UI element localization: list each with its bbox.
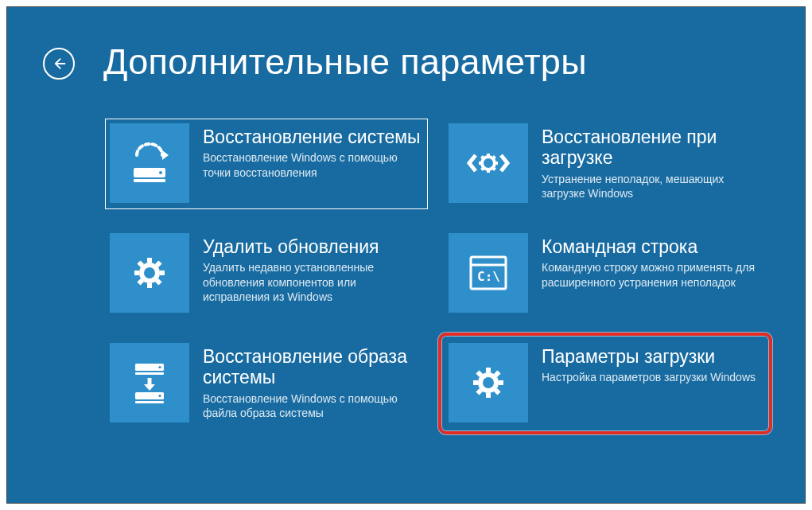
tile-text: Удалить обновления Удалить недавно устан…	[203, 233, 422, 304]
svg-line-9	[482, 157, 484, 159]
svg-line-20	[139, 280, 143, 284]
tile-startup-settings-wrap: Параметры загрузки Настройка параметров …	[444, 338, 767, 429]
tile-desc: Восстановление Windows с помощью файла о…	[203, 391, 422, 420]
tile-desc: Командную строку можно применять для рас…	[542, 260, 760, 289]
svg-line-21	[157, 263, 161, 267]
svg-line-10	[493, 168, 495, 170]
svg-rect-26	[135, 372, 164, 375]
svg-rect-31	[135, 401, 164, 403]
tile-system-restore[interactable]: Восстановление системы Восстановление Wi…	[105, 119, 428, 209]
svg-marker-0	[162, 150, 169, 160]
tile-image-recovery[interactable]: Восстановление образа системы Восстановл…	[105, 338, 428, 429]
tile-title: Удалить обновления	[203, 236, 422, 257]
svg-line-40	[478, 390, 482, 394]
tile-title: Параметры загрузки	[542, 346, 756, 367]
image-recovery-icon	[110, 343, 189, 422]
svg-line-19	[157, 280, 161, 284]
svg-point-32	[158, 395, 161, 397]
tile-startup-settings[interactable]: Параметры загрузки Настройка параметров …	[444, 338, 767, 429]
svg-point-13	[142, 265, 157, 281]
svg-line-12	[493, 157, 495, 159]
svg-point-27	[158, 366, 161, 368]
svg-line-11	[482, 168, 484, 170]
svg-text:C:\: C:\	[477, 269, 500, 284]
tile-uninstall-updates[interactable]: Удалить обновления Удалить недавно устан…	[105, 228, 428, 319]
tile-text: Параметры загрузки Настройка параметров …	[542, 343, 756, 385]
svg-point-33	[480, 375, 496, 391]
command-prompt-icon: C:\	[449, 233, 528, 313]
tile-text: Командная строка Командную строку можно …	[542, 233, 760, 290]
tile-desc: Удалить недавно установленные обновления…	[203, 260, 422, 304]
tile-title: Восстановление при загрузке	[542, 127, 760, 169]
tile-desc: Настройка параметров загрузки Windows	[542, 370, 756, 384]
header: Дополнительные параметры	[43, 43, 587, 80]
system-restore-icon	[110, 123, 189, 203]
svg-marker-29	[144, 384, 155, 391]
arrow-left-icon	[51, 56, 67, 72]
svg-point-3	[159, 171, 162, 174]
page-title: Дополнительные параметры	[103, 44, 587, 80]
recovery-screen: Дополнительные параметры Восстановление …	[6, 6, 806, 504]
startup-repair-icon	[449, 123, 528, 203]
tile-text: Восстановление системы Восстановление Wi…	[203, 123, 422, 180]
tile-text: Восстановление образа системы Восстановл…	[203, 343, 422, 420]
options-grid: Восстановление системы Восстановление Wi…	[105, 119, 767, 429]
tile-title: Восстановление образа системы	[203, 346, 422, 388]
tile-desc: Устранение неполадок, мешающих загрузке …	[542, 172, 760, 200]
back-button[interactable]	[43, 48, 75, 80]
svg-line-38	[478, 372, 482, 376]
tile-startup-repair[interactable]: Восстановление при загрузке Устранение н…	[444, 119, 767, 209]
tile-text: Восстановление при загрузке Устранение н…	[542, 123, 760, 200]
tile-title: Командная строка	[542, 236, 760, 257]
tile-command-prompt[interactable]: C:\ Командная строка Командную строку мо…	[444, 228, 767, 319]
svg-line-41	[495, 372, 499, 376]
tile-title: Восстановление системы	[203, 127, 422, 147]
gear-icon	[449, 343, 528, 422]
gear-icon	[110, 233, 189, 313]
svg-rect-2	[134, 179, 165, 182]
svg-line-18	[139, 263, 143, 267]
tile-desc: Восстановление Windows с помощью точки в…	[203, 150, 422, 179]
svg-line-39	[495, 390, 499, 394]
